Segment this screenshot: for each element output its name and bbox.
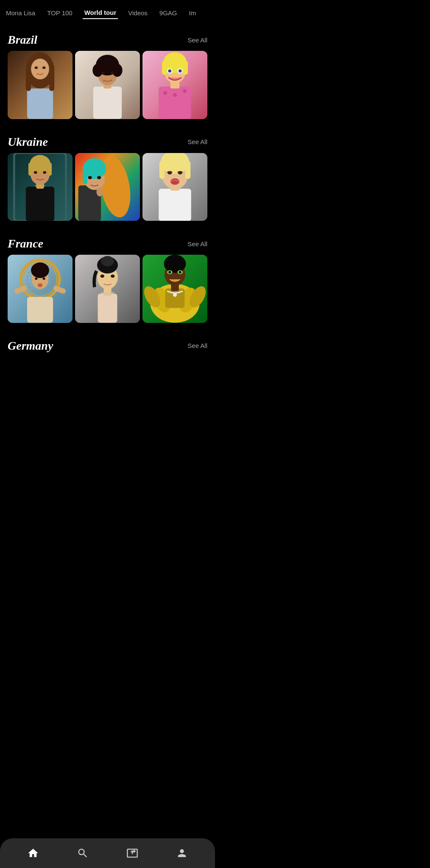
top-nav: Mona Lisa TOP 100 World tour Videos 9GAG…: [0, 0, 215, 25]
brazil-see-all[interactable]: See All: [187, 36, 207, 44]
tab-im[interactable]: Im: [187, 7, 198, 19]
svg-point-36: [30, 155, 50, 173]
france-see-all[interactable]: See All: [187, 240, 207, 248]
brazil-section-header: Brazil See All: [0, 25, 215, 51]
france-thumb-2[interactable]: [75, 255, 140, 323]
svg-point-15: [101, 72, 105, 74]
svg-point-49: [96, 187, 103, 196]
main-content: Brazil See All: [0, 25, 215, 391]
svg-point-47: [88, 176, 92, 179]
svg-point-94: [179, 271, 181, 273]
france-title: France: [8, 237, 43, 250]
tab-mona-lisa[interactable]: Mona Lisa: [4, 7, 37, 19]
tab-videos[interactable]: Videos: [126, 7, 149, 19]
svg-rect-33: [26, 186, 54, 221]
svg-point-19: [163, 91, 167, 95]
ukraine-section-header: Ukraine See All: [0, 128, 215, 153]
svg-point-21: [183, 89, 187, 93]
brazil-thumb-row: [0, 51, 215, 128]
svg-rect-25: [162, 61, 167, 75]
svg-point-30: [179, 70, 182, 73]
svg-point-57: [168, 172, 172, 174]
svg-point-39: [34, 171, 37, 173]
ukraine-title: Ukraine: [8, 135, 48, 149]
svg-point-78: [101, 275, 104, 278]
brazil-thumb-1[interactable]: [8, 51, 73, 119]
germany-title: Germany: [8, 339, 53, 353]
svg-point-71: [37, 284, 42, 287]
svg-point-40: [43, 171, 46, 173]
svg-point-58: [178, 172, 182, 174]
ukraine-thumb-2[interactable]: [75, 153, 140, 221]
svg-rect-55: [159, 161, 165, 179]
tab-top100[interactable]: TOP 100: [45, 7, 74, 19]
france-thumb-1[interactable]: [8, 255, 73, 323]
svg-point-48: [97, 176, 101, 179]
svg-point-70: [43, 278, 45, 280]
svg-rect-73: [98, 294, 117, 323]
brazil-title: Brazil: [8, 33, 37, 47]
svg-point-3: [31, 58, 49, 79]
svg-rect-9: [93, 86, 122, 119]
france-thumb-row: [0, 255, 215, 331]
svg-rect-64: [27, 297, 53, 323]
svg-point-59: [170, 178, 179, 184]
tab-9gag[interactable]: 9GAG: [158, 7, 179, 19]
svg-point-93: [168, 271, 171, 273]
brazil-thumb-2[interactable]: [75, 51, 140, 119]
france-thumb-3[interactable]: [142, 255, 207, 323]
germany-see-all[interactable]: See All: [187, 342, 207, 349]
germany-section-header: Germany See All: [0, 331, 215, 357]
svg-rect-46: [83, 167, 87, 184]
svg-point-66: [31, 263, 49, 278]
ukraine-thumb-row: [0, 153, 215, 230]
brazil-thumb-3[interactable]: [142, 51, 207, 119]
svg-point-77: [101, 256, 114, 266]
france-section-header: France See All: [0, 229, 215, 255]
svg-point-87: [173, 293, 177, 297]
svg-point-13: [92, 64, 103, 77]
svg-rect-51: [159, 189, 191, 221]
svg-point-29: [168, 70, 171, 73]
tab-world-tour[interactable]: World tour: [83, 7, 118, 19]
ukraine-see-all[interactable]: See All: [187, 138, 207, 145]
svg-point-20: [173, 93, 177, 97]
svg-rect-4: [26, 65, 31, 91]
svg-rect-56: [185, 161, 190, 179]
ukraine-thumb-3[interactable]: [142, 153, 207, 221]
svg-point-14: [112, 64, 122, 77]
svg-point-6: [34, 67, 38, 69]
svg-rect-26: [183, 61, 188, 75]
ukraine-thumb-1[interactable]: [8, 153, 73, 221]
svg-point-90: [164, 255, 186, 273]
svg-point-79: [111, 275, 114, 278]
svg-rect-1: [27, 89, 53, 119]
svg-point-69: [35, 278, 37, 280]
svg-rect-37: [28, 163, 32, 176]
svg-point-16: [110, 72, 114, 74]
svg-rect-5: [49, 65, 54, 91]
svg-rect-38: [48, 163, 52, 176]
svg-point-7: [42, 67, 46, 69]
